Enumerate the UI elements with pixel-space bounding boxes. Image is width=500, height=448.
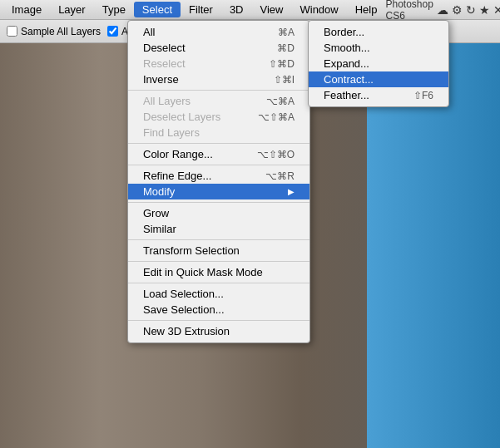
submenu-arrow: ▶ <box>288 187 295 196</box>
menu-item-transform-selection[interactable]: Transform Selection <box>128 243 309 258</box>
sync-icon: ↻ <box>466 3 476 17</box>
menubar-item-image[interactable]: Image <box>3 2 50 17</box>
menubar-item-layer[interactable]: Layer <box>50 2 94 17</box>
menu-item-new-3d-extrusion[interactable]: New 3D Extrusion <box>128 323 309 339</box>
menubar-item-window[interactable]: Window <box>291 2 346 17</box>
separator-2 <box>128 143 309 144</box>
menu-item-expand[interactable]: Expand... <box>309 56 448 71</box>
separator-5 <box>128 239 309 240</box>
menu-item-contract[interactable]: Contract... <box>309 71 448 87</box>
select-menu: All ⌘A Deselect ⌘D Reselect ⇧⌘D Inverse … <box>127 20 310 343</box>
menu-item-find-layers[interactable]: Find Layers <box>128 125 309 140</box>
menu-item-feather[interactable]: Feather... ⇧F6 <box>309 87 448 103</box>
menu-item-load-selection[interactable]: Load Selection... <box>128 286 309 302</box>
menu-item-inverse[interactable]: Inverse ⇧⌘I <box>128 71 309 87</box>
menubar-item-3d[interactable]: 3D <box>221 2 252 17</box>
separator-3 <box>128 165 309 165</box>
menubar-item-type[interactable]: Type <box>94 2 134 17</box>
menu-item-save-selection[interactable]: Save Selection... <box>128 302 309 318</box>
sample-all-layers-label: Sample All Layers <box>7 26 101 37</box>
sample-all-layers-checkbox[interactable] <box>7 26 17 37</box>
menu-item-border[interactable]: Border... <box>309 24 448 40</box>
menu-item-reselect[interactable]: Reselect ⇧⌘D <box>128 56 309 71</box>
modify-submenu: Border... Smooth... Expand... Contract..… <box>308 20 449 107</box>
menu-item-similar[interactable]: Similar <box>128 221 309 237</box>
menu-item-color-range[interactable]: Color Range... ⌥⇧⌘O <box>128 146 309 162</box>
x-icon: ✕ <box>493 3 500 17</box>
menu-item-quick-mask[interactable]: Edit in Quick Mask Mode <box>128 264 309 280</box>
menu-item-all-layers[interactable]: All Layers ⌥⌘A <box>128 93 309 109</box>
cloud-icon: ☁ <box>437 3 448 17</box>
separator-1 <box>128 90 309 91</box>
menubar-item-filter[interactable]: Filter <box>181 2 221 17</box>
menubar: Image Layer Type Select Filter 3D View W… <box>0 0 500 20</box>
menu-item-deselect-layers[interactable]: Deselect Layers ⌥⇧⌘A <box>128 109 309 125</box>
menu-item-smooth[interactable]: Smooth... <box>309 40 448 56</box>
menu-item-all[interactable]: All ⌘A <box>128 24 309 40</box>
star-icon: ★ <box>479 3 490 17</box>
gear-icon: ⚙ <box>452 3 463 17</box>
menubar-item-help[interactable]: Help <box>347 2 386 17</box>
menubar-item-view[interactable]: View <box>252 2 292 17</box>
app-title: Photoshop CS6 <box>385 0 433 22</box>
menu-item-grow[interactable]: Grow <box>128 205 309 221</box>
separator-4 <box>128 202 309 203</box>
separator-7 <box>128 283 309 283</box>
menubar-right: Photoshop CS6 ☁ ⚙ ↻ ★ ✕ <box>385 0 500 22</box>
separator-8 <box>128 320 309 321</box>
menubar-item-select[interactable]: Select <box>134 2 181 17</box>
separator-6 <box>128 261 309 262</box>
auto-enhance-checkbox[interactable] <box>107 26 118 37</box>
menu-item-modify[interactable]: Modify ▶ <box>128 184 309 199</box>
menu-item-refine-edge[interactable]: Refine Edge... ⌥⌘R <box>128 168 309 184</box>
menu-item-deselect[interactable]: Deselect ⌘D <box>128 40 309 56</box>
